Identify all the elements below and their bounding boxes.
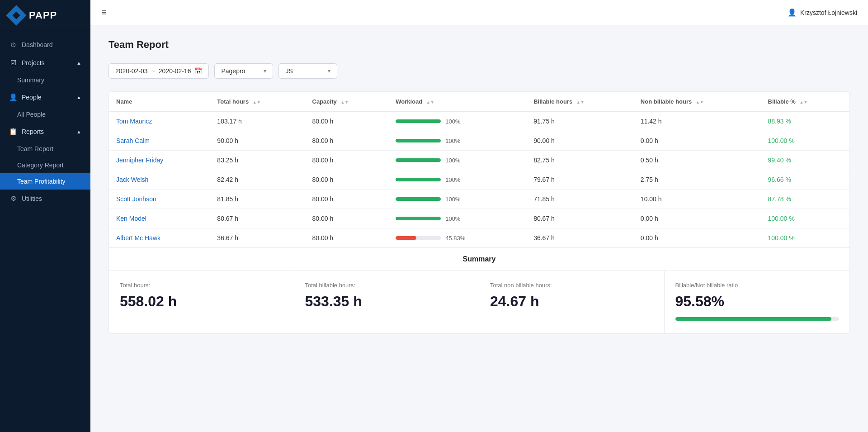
person-link[interactable]: Jack Welsh [116,176,148,183]
sidebar-group-people[interactable]: 👤 People ▲ [0,88,90,106]
summary-card: Total hours: 558.02 h [109,271,294,333]
billable-pct-value: 100.00 % [768,234,795,242]
summary-card-label: Total billable hours: [305,282,468,289]
sidebar-navigation: ⊙ Dashboard ☑ Projects ▲ Summary 👤 Peopl… [0,31,90,212]
filters-bar: 2020-02-03 ~ 2020-02-16 📅 Pagepro ▾ JS ▾ [108,63,850,79]
cell-capacity: 80.00 h [305,170,389,190]
col-non-billable-hours[interactable]: Non billable hours ▲▼ [633,92,761,112]
cell-billable-pct: 100.00 % [761,228,850,248]
cell-total-hours: 90.00 h [210,131,305,151]
billable-pct-value: 100.00 % [768,137,795,144]
workload-bar-fill [396,197,441,201]
cell-capacity: 80.00 h [305,228,389,248]
col-total-hours[interactable]: Total hours ▲▼ [210,92,305,112]
sidebar-item-utilities[interactable]: ⚙ Utilities [0,190,90,208]
sidebar-item-team-profitability[interactable]: Team Profitability [0,173,90,190]
workload-pct-label: 100% [445,215,460,222]
workload-cell: 100% [396,215,519,222]
sidebar-item-category-report-label: Category Report [17,161,64,169]
person-link[interactable]: Scott Jonhson [116,195,156,203]
summary-card-value: 24.67 h [490,293,653,310]
calendar-icon: 📅 [194,67,202,75]
col-workload[interactable]: Workload ▲▼ [388,92,526,112]
workload-cell: 45.83% [396,235,519,242]
cell-non-billable-hours: 0.00 h [633,209,761,228]
cell-billable-hours: 79.67 h [526,170,633,190]
workload-bar-bg [396,178,441,181]
workload-cell: 100% [396,118,519,125]
sort-billable-hours-icon: ▲▼ [576,100,585,104]
sort-capacity-icon: ▲▼ [340,100,349,104]
cell-workload: 45.83% [388,228,526,248]
workload-bar-bg [396,217,441,220]
col-capacity[interactable]: Capacity ▲▼ [305,92,389,112]
person-link[interactable]: Jennipher Friday [116,157,163,164]
workload-pct-label: 45.83% [445,235,465,242]
menu-toggle-icon[interactable]: ≡ [101,7,107,18]
cell-total-hours: 80.67 h [210,209,305,228]
sidebar-group-people-label: People [22,94,42,101]
sidebar-item-category-report[interactable]: Category Report [0,157,90,173]
summary-card-value: 533.35 h [305,293,468,310]
summary-card-value: 95.58% [675,293,839,310]
date-to: 2020-02-16 [159,67,191,75]
workload-cell: 100% [396,196,519,203]
sidebar: PAPP ⊙ Dashboard ☑ Projects ▲ Summary 👤 … [0,0,90,432]
date-range-filter[interactable]: 2020-02-03 ~ 2020-02-16 📅 [108,63,209,79]
ratio-check-icon: ✓ [836,317,839,321]
billable-pct-value: 99.40 % [768,157,791,164]
sidebar-item-dashboard[interactable]: ⊙ Dashboard [0,36,90,54]
cell-workload: 100% [388,209,526,228]
summary-section-title: Summary [109,247,849,271]
sidebar-group-projects[interactable]: ☑ Projects ▲ [0,54,90,72]
team-filter[interactable]: JS ▾ [278,63,337,79]
cell-non-billable-hours: 0.00 h [633,228,761,248]
person-link[interactable]: Tom Mauricz [116,118,152,125]
person-link[interactable]: Albert Mc Hawk [116,234,160,242]
project-filter-value: Pagepro [221,67,245,75]
cell-non-billable-hours: 11.42 h [633,112,761,131]
cell-billable-hours: 90.00 h [526,131,633,151]
cell-billable-pct: 100.00 % [761,131,850,151]
cell-total-hours: 103.17 h [210,112,305,131]
sidebar-item-all-people[interactable]: All People [0,106,90,123]
workload-cell: 100% [396,157,519,164]
dashboard-icon: ⊙ [9,41,17,49]
sidebar-item-team-report[interactable]: Team Report [0,141,90,157]
col-billable-hours[interactable]: Billable hours ▲▼ [526,92,633,112]
project-filter-chevron-icon: ▾ [264,68,266,74]
reports-chevron-icon: ▲ [76,129,81,134]
col-billable-pct[interactable]: Billable % ▲▼ [761,92,850,112]
sidebar-group-reports[interactable]: 📋 Reports ▲ [0,123,90,141]
cell-total-hours: 83.25 h [210,151,305,170]
main-content: ≡ 👤 Krzysztof Łojniewski Team Report 202… [90,0,868,432]
workload-bar-fill [396,178,441,181]
sidebar-group-projects-label: Projects [22,59,45,66]
cell-non-billable-hours: 2.75 h [633,170,761,190]
sidebar-item-utilities-label: Utilities [22,195,42,202]
cell-non-billable-hours: 10.00 h [633,190,761,209]
people-chevron-icon: ▲ [76,95,81,100]
date-tilde: ~ [151,67,155,75]
user-avatar-icon: 👤 [788,8,797,17]
people-icon: 👤 [9,93,17,101]
workload-bar-bg [396,119,441,123]
workload-pct-label: 100% [445,176,460,183]
workload-bar-fill [396,158,441,162]
user-name: Krzysztof Łojniewski [800,9,857,16]
ratio-bar-fill [675,317,832,321]
table-row: Sarah Calm 90.00 h 80.00 h 100% 90.00 h … [109,131,849,151]
person-link[interactable]: Ken Model [116,215,146,222]
cell-non-billable-hours: 0.00 h [633,131,761,151]
project-filter[interactable]: Pagepro ▾ [214,63,273,79]
billable-pct-value: 88.93 % [768,118,791,125]
sort-total-hours-icon: ▲▼ [253,100,261,104]
person-link[interactable]: Sarah Calm [116,137,150,144]
table-row: Ken Model 80.67 h 80.00 h 100% 80.67 h 0… [109,209,849,228]
utilities-icon: ⚙ [9,195,17,203]
sidebar-item-summary[interactable]: Summary [0,72,90,88]
cell-billable-hours: 80.67 h [526,209,633,228]
ratio-bar-bg: ✓ [675,317,839,321]
workload-pct-label: 100% [445,138,460,144]
billable-pct-value: 96.66 % [768,176,791,183]
